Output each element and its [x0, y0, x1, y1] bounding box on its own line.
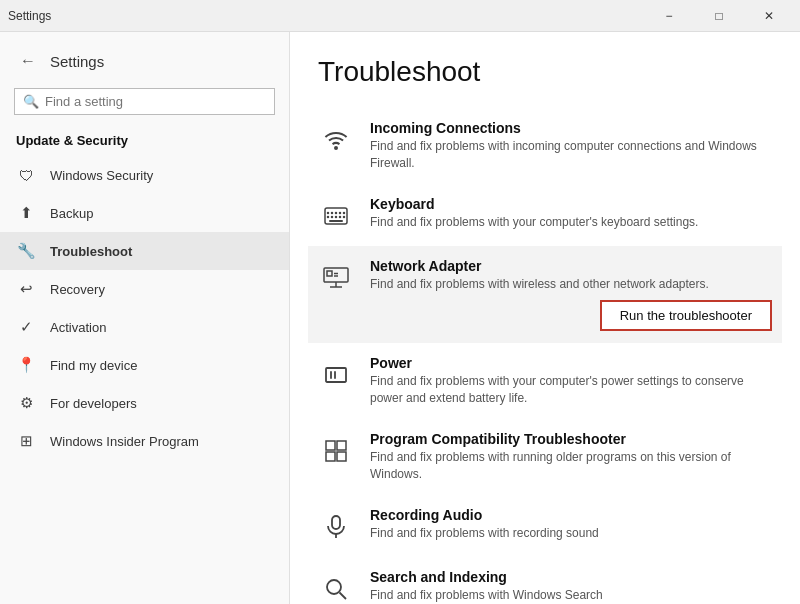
- sidebar-item-for-developers[interactable]: ⚙For developers: [0, 384, 289, 422]
- svg-rect-24: [326, 452, 335, 461]
- item-content-keyboard: KeyboardFind and fix problems with your …: [370, 196, 772, 231]
- wifi-icon: [318, 122, 354, 158]
- item-name-network-adapter: Network Adapter: [370, 258, 772, 274]
- item-name-program-compatibility: Program Compatibility Troubleshooter: [370, 431, 772, 447]
- titlebar-controls: − □ ✕: [646, 0, 792, 32]
- svg-rect-23: [337, 441, 346, 450]
- search-icon: [318, 571, 354, 604]
- sidebar-item-troubleshoot[interactable]: 🔧Troubleshoot: [0, 232, 289, 270]
- sidebar-item-windows-insider[interactable]: ⊞Windows Insider Program: [0, 422, 289, 460]
- search-input[interactable]: [45, 94, 266, 109]
- item-content-incoming-connections: Incoming ConnectionsFind and fix problem…: [370, 120, 772, 172]
- sidebar-item-label-for-developers: For developers: [50, 396, 137, 411]
- item-content-network-adapter: Network AdapterFind and fix problems wit…: [370, 258, 772, 332]
- sidebar-item-label-backup: Backup: [50, 206, 93, 221]
- developers-icon: ⚙: [16, 393, 36, 413]
- item-content-recording-audio: Recording AudioFind and fix problems wit…: [370, 507, 772, 542]
- network-icon: [318, 260, 354, 296]
- shield-icon: 🛡: [16, 165, 36, 185]
- item-content-power: PowerFind and fix problems with your com…: [370, 355, 772, 407]
- titlebar-left: Settings: [8, 9, 51, 23]
- section-header: Update & Security: [0, 127, 289, 156]
- troubleshoot-item-network-adapter: Network AdapterFind and fix problems wit…: [308, 246, 782, 344]
- minimize-button[interactable]: −: [646, 0, 692, 32]
- wrench-icon: 🔧: [16, 241, 36, 261]
- sidebar-item-label-windows-security: Windows Security: [50, 168, 153, 183]
- svg-rect-19: [326, 368, 346, 382]
- windows-icon: ⊞: [16, 431, 36, 451]
- sidebar-item-windows-security[interactable]: 🛡Windows Security: [0, 156, 289, 194]
- audio-icon: [318, 509, 354, 545]
- troubleshoot-item-incoming-connections: Incoming ConnectionsFind and fix problem…: [318, 108, 772, 184]
- item-name-recording-audio: Recording Audio: [370, 507, 772, 523]
- troubleshoot-item-keyboard: KeyboardFind and fix problems with your …: [318, 184, 772, 246]
- run-troubleshooter-button[interactable]: Run the troubleshooter: [600, 300, 772, 331]
- power-icon: [318, 357, 354, 393]
- back-icon: ←: [20, 52, 36, 70]
- titlebar-title: Settings: [8, 9, 51, 23]
- back-button[interactable]: ←: [16, 48, 40, 74]
- item-desc-power: Find and fix problems with your computer…: [370, 373, 772, 407]
- sidebar-app-title: Settings: [50, 53, 104, 70]
- location-icon: 📍: [16, 355, 36, 375]
- item-content-search-indexing: Search and IndexingFind and fix problems…: [370, 569, 772, 604]
- troubleshoot-list: Incoming ConnectionsFind and fix problem…: [318, 108, 772, 604]
- sidebar-item-label-recovery: Recovery: [50, 282, 105, 297]
- close-button[interactable]: ✕: [746, 0, 792, 32]
- sidebar-item-backup[interactable]: ⬆Backup: [0, 194, 289, 232]
- maximize-button[interactable]: □: [696, 0, 742, 32]
- troubleshoot-item-recording-audio: Recording AudioFind and fix problems wit…: [318, 495, 772, 557]
- sidebar-item-label-find-my-device: Find my device: [50, 358, 137, 373]
- item-desc-program-compatibility: Find and fix problems with running older…: [370, 449, 772, 483]
- troubleshoot-item-power: PowerFind and fix problems with your com…: [318, 343, 772, 419]
- item-desc-search-indexing: Find and fix problems with Windows Searc…: [370, 587, 772, 604]
- search-box: 🔍: [14, 88, 275, 115]
- item-name-search-indexing: Search and Indexing: [370, 569, 772, 585]
- svg-rect-25: [337, 452, 346, 461]
- sidebar: ← Settings 🔍 Update & Security 🛡Windows …: [0, 32, 290, 604]
- svg-line-29: [340, 592, 347, 599]
- svg-point-28: [327, 580, 341, 594]
- svg-rect-22: [326, 441, 335, 450]
- item-name-incoming-connections: Incoming Connections: [370, 120, 772, 136]
- sidebar-items-container: 🛡Windows Security⬆Backup🔧Troubleshoot↩Re…: [0, 156, 289, 460]
- item-desc-incoming-connections: Find and fix problems with incoming comp…: [370, 138, 772, 172]
- keyboard-icon: [318, 198, 354, 234]
- svg-rect-16: [327, 271, 332, 276]
- search-icon: 🔍: [23, 94, 39, 109]
- svg-rect-26: [332, 516, 340, 529]
- run-btn-container: Run the troubleshooter: [370, 300, 772, 331]
- item-desc-network-adapter: Find and fix problems with wireless and …: [370, 276, 772, 293]
- sidebar-item-recovery[interactable]: ↩Recovery: [0, 270, 289, 308]
- item-desc-keyboard: Find and fix problems with your computer…: [370, 214, 772, 231]
- sidebar-item-find-my-device[interactable]: 📍Find my device: [0, 346, 289, 384]
- compatibility-icon: [318, 433, 354, 469]
- titlebar: Settings − □ ✕: [0, 0, 800, 32]
- check-circle-icon: ✓: [16, 317, 36, 337]
- troubleshoot-item-search-indexing: Search and IndexingFind and fix problems…: [318, 557, 772, 604]
- recovery-icon: ↩: [16, 279, 36, 299]
- troubleshoot-item-program-compatibility: Program Compatibility TroubleshooterFind…: [318, 419, 772, 495]
- sidebar-item-label-troubleshoot: Troubleshoot: [50, 244, 132, 259]
- sidebar-item-activation[interactable]: ✓Activation: [0, 308, 289, 346]
- upload-icon: ⬆: [16, 203, 36, 223]
- sidebar-item-label-windows-insider: Windows Insider Program: [50, 434, 199, 449]
- item-name-power: Power: [370, 355, 772, 371]
- svg-point-0: [335, 147, 337, 149]
- sidebar-top: ← Settings: [0, 32, 289, 82]
- item-desc-recording-audio: Find and fix problems with recording sou…: [370, 525, 772, 542]
- app-body: ← Settings 🔍 Update & Security 🛡Windows …: [0, 32, 800, 604]
- page-title: Troubleshoot: [318, 56, 772, 88]
- item-name-keyboard: Keyboard: [370, 196, 772, 212]
- main-panel: Troubleshoot Incoming ConnectionsFind an…: [290, 32, 800, 604]
- item-content-program-compatibility: Program Compatibility TroubleshooterFind…: [370, 431, 772, 483]
- sidebar-item-label-activation: Activation: [50, 320, 106, 335]
